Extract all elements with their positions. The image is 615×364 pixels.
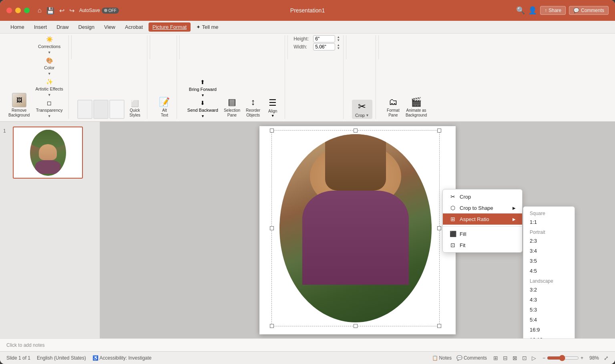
ratio-5-4[interactable]: 5:4 — [523, 315, 575, 325]
crop-menu-icon: ✂ — [449, 193, 456, 200]
artistic-effects-button[interactable]: ✨ Artistic Effects ▼ — [33, 78, 65, 98]
fit-item[interactable]: ⊡ Fit — [443, 239, 522, 251]
ratio-5-3[interactable]: 5:3 — [523, 305, 575, 315]
crop-handle-br[interactable] — [437, 324, 441, 328]
width-down[interactable]: ▼ — [337, 47, 340, 50]
language-info: English (United States) — [37, 355, 86, 361]
fit-icon: ⊡ — [449, 242, 456, 248]
autosave-pill[interactable]: OFF — [102, 8, 119, 14]
crop-to-shape-label: Crop to Shape — [460, 205, 493, 211]
menu-design[interactable]: Design — [74, 22, 98, 32]
style-swatch-3[interactable] — [109, 100, 125, 119]
crop-handle-mr[interactable] — [437, 226, 441, 230]
style-swatch-1[interactable] — [77, 100, 92, 119]
transparency-button[interactable]: ◻ Transparency ▼ — [33, 99, 65, 119]
forward-backward-btns: ⬆ Bring Forward ▼ ⬇ Send Backward ▼ — [185, 78, 220, 119]
menu-insert[interactable]: Insert — [30, 22, 51, 32]
ratio-1-1[interactable]: 1:1 — [523, 217, 575, 227]
remove-background-button[interactable]: 🖼 RemoveBackground — [6, 92, 32, 119]
height-input[interactable] — [313, 35, 335, 42]
ratio-3-4[interactable]: 3:4 — [523, 246, 575, 256]
zoom-minus[interactable]: − — [543, 355, 545, 361]
menu-view[interactable]: View — [100, 22, 119, 32]
ratio-16-9[interactable]: 16:9 — [523, 325, 575, 335]
close-button[interactable] — [6, 8, 12, 13]
reorder-label: ReorderObjects — [246, 108, 260, 118]
crop-button[interactable]: ✂ Crop ▼ — [352, 100, 372, 119]
crop-handle-tl[interactable] — [270, 129, 274, 133]
save-icon[interactable]: 💾 — [46, 7, 54, 14]
menu-tell-me[interactable]: ✦ Tell me — [192, 22, 223, 32]
crop-handle-ml[interactable] — [270, 226, 274, 230]
ratio-2-3[interactable]: 2:3 — [523, 236, 575, 246]
slide-sorter-btn[interactable]: ⊠ — [511, 354, 519, 362]
reading-view-btn[interactable]: ⊡ — [521, 354, 529, 362]
notes-status-button[interactable]: 📋 Notes — [432, 355, 452, 361]
canvas-area[interactable]: ✂ Crop ⬡ Crop to Shape ▶ ⊞ Aspect Ratio … — [100, 122, 615, 338]
titlebar-right: 🔍 👤 ↑ Share 💬 Comments — [516, 6, 609, 15]
fill-item[interactable]: ⬛ Fill — [443, 228, 522, 239]
minimize-button[interactable] — [15, 8, 21, 13]
menu-draw[interactable]: Draw — [52, 22, 72, 32]
send-backward-button[interactable]: ⬇ Send Backward ▼ — [185, 99, 220, 119]
slide-thumbnail[interactable] — [13, 127, 83, 179]
width-row: Width: ▲ ▼ — [293, 43, 340, 50]
crop-handle-bc[interactable] — [354, 324, 358, 328]
width-input[interactable] — [313, 43, 335, 50]
zoom-slider[interactable] — [547, 355, 579, 361]
corrections-button[interactable]: ☀️ Corrections ▼ — [33, 35, 65, 55]
align-button[interactable]: ☰ Align ▼ — [264, 97, 281, 119]
home-icon[interactable]: ⌂ — [38, 7, 42, 14]
format-pane-button[interactable]: 🗂 FormatPane — [384, 96, 402, 119]
fit-label: Fit — [460, 242, 465, 248]
crop-handle-bl[interactable] — [270, 324, 274, 328]
comments-status-icon: 💬 — [456, 355, 462, 361]
menu-picture-format[interactable]: Picture Format — [149, 22, 191, 32]
selected-image[interactable] — [271, 130, 440, 326]
menu-acrobat[interactable]: Acrobat — [121, 22, 147, 32]
view-buttons: ⊞ ⊟ ⊠ ⊡ ▷ — [492, 354, 538, 362]
crop-handle-tr[interactable] — [437, 129, 441, 133]
corrections-icon: ☀️ — [46, 36, 53, 42]
notes-bar[interactable]: Click to add notes — [0, 338, 615, 351]
redo-icon[interactable]: ↪ — [69, 7, 74, 14]
ratio-4-3[interactable]: 4:3 — [523, 295, 575, 305]
fit-to-window-btn[interactable]: ⤢ — [604, 355, 609, 361]
ribbon-group-format: 🗂 FormatPane 🎬 Animate asBackground — [381, 35, 432, 119]
comments-button[interactable]: 💬 Comments — [569, 6, 609, 15]
ratio-16-10[interactable]: 16:10 — [523, 335, 575, 338]
alt-text-button[interactable]: 📝 AltText — [156, 96, 173, 119]
selection-pane-button[interactable]: ▤ SelectionPane — [222, 96, 242, 119]
people-icon[interactable]: 👤 — [528, 6, 537, 15]
ratio-4-5[interactable]: 4:5 — [523, 266, 575, 276]
outline-view-btn[interactable]: ⊟ — [501, 354, 509, 362]
transparency-label: Transparency — [36, 108, 63, 113]
color-button[interactable]: 🎨 Color ▼ — [33, 56, 65, 76]
normal-view-btn[interactable]: ⊞ — [492, 354, 500, 362]
presenter-view-btn[interactable]: ▷ — [530, 354, 538, 362]
alt-text-label: AltText — [161, 108, 168, 118]
aspect-ratio-item[interactable]: ⊞ Aspect Ratio ▶ — [443, 213, 522, 225]
undo-icon[interactable]: ↩ — [59, 7, 64, 14]
bring-forward-button[interactable]: ⬆ Bring Forward ▼ — [185, 78, 220, 98]
transparency-icon: ◻ — [47, 100, 52, 106]
search-icon[interactable]: 🔍 — [516, 6, 525, 15]
crop-to-shape-item[interactable]: ⬡ Crop to Shape ▶ — [443, 202, 522, 213]
reorder-objects-button[interactable]: ↕ ReorderObjects — [244, 96, 262, 119]
share-button[interactable]: ↑ Share — [540, 6, 566, 15]
menu-home[interactable]: Home — [6, 22, 28, 32]
zoom-plus[interactable]: + — [581, 355, 583, 361]
ratio-3-2[interactable]: 3:2 — [523, 285, 575, 295]
autosave-toggle[interactable]: AutoSave OFF — [79, 8, 119, 14]
crop-handle-tc[interactable] — [354, 129, 358, 133]
aspect-ratio-icon: ⊞ — [449, 216, 456, 222]
quick-styles-button[interactable]: ⬜ QuickStyles — [126, 99, 144, 119]
style-swatch-2[interactable] — [93, 100, 109, 119]
height-down[interactable]: ▼ — [337, 39, 340, 42]
animate-background-button[interactable]: 🎬 Animate asBackground — [404, 96, 429, 119]
bring-forward-label: Bring Forward — [189, 87, 217, 92]
maximize-button[interactable] — [24, 8, 30, 13]
comments-status-button[interactable]: 💬 Comments — [456, 355, 487, 361]
crop-menu-item[interactable]: ✂ Crop — [443, 191, 522, 202]
ratio-3-5[interactable]: 3:5 — [523, 256, 575, 266]
